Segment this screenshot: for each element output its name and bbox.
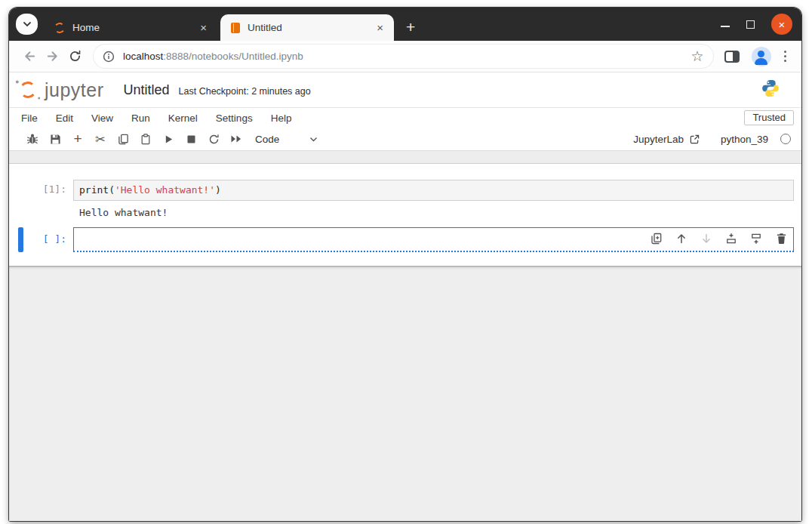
- bookmark-star-icon[interactable]: ☆: [691, 48, 703, 65]
- code-cell-2-input[interactable]: [73, 227, 794, 252]
- forward-icon: [45, 49, 60, 63]
- browser-menu-icon[interactable]: [778, 51, 793, 63]
- execution-prompt-empty: [ ]:: [23, 227, 73, 252]
- open-jupyterlab-link[interactable]: JupyterLab: [633, 134, 684, 145]
- maximize-button[interactable]: [746, 20, 755, 29]
- restart-run-all-button[interactable]: [225, 130, 248, 148]
- toolbar-divider: [9, 150, 801, 164]
- code-cell-1: [1]: print('Hello whatwant!'): [9, 180, 801, 201]
- menu-edit[interactable]: Edit: [47, 110, 82, 126]
- copy-cell-button[interactable]: [112, 130, 134, 148]
- insert-cell-above-button[interactable]: [724, 231, 739, 246]
- tab-home[interactable]: Home ×: [44, 14, 217, 41]
- jupyter-brand[interactable]: jupyter: [45, 79, 104, 101]
- notebook-cells-area: [1]: print('Hello whatwant!') Hello what…: [9, 164, 801, 266]
- forward-button[interactable]: [41, 45, 63, 68]
- jupyter-favicon-icon: [54, 22, 66, 34]
- menu-bar: File Edit View Run Kernel Settings Help …: [9, 108, 801, 128]
- side-panel-icon[interactable]: [724, 51, 740, 63]
- notebook-toolbar: + ✂ Code JupyterLab python_39: [9, 128, 801, 150]
- code-token: 'Hello whatwant!': [115, 184, 215, 196]
- tab-search-button[interactable]: [16, 14, 38, 35]
- trusted-badge[interactable]: Trusted: [744, 110, 794, 125]
- paste-icon: [140, 134, 151, 145]
- cell-type-select[interactable]: Code: [255, 134, 279, 145]
- notebook-background[interactable]: [9, 266, 801, 521]
- cell-toolbar: [649, 231, 789, 246]
- fast-forward-icon: [230, 134, 242, 143]
- move-cell-down-button[interactable]: [699, 231, 714, 246]
- jupyter-header: jupyter Untitled Last Checkpoint: 2 minu…: [9, 72, 801, 108]
- restart-kernel-button[interactable]: [202, 130, 225, 148]
- external-link-icon[interactable]: [690, 134, 700, 144]
- execution-prompt: [1]:: [23, 180, 73, 201]
- code-token: print: [79, 184, 109, 196]
- save-button[interactable]: [44, 130, 66, 148]
- arrow-up-icon: [675, 233, 687, 245]
- code-token: (: [109, 184, 115, 196]
- reload-button[interactable]: [63, 45, 86, 68]
- menu-run[interactable]: Run: [122, 110, 159, 126]
- code-token: ): [215, 184, 221, 196]
- browser-window: Home × Untitled × + × localhost:8888/not…: [9, 8, 801, 521]
- arrow-down-icon: [700, 233, 712, 245]
- python-logo-icon: [761, 79, 780, 101]
- menu-settings[interactable]: Settings: [207, 110, 262, 126]
- kernel-status-icon[interactable]: [780, 134, 791, 144]
- address-bar[interactable]: localhost:8888/notebooks/Untitled.ipynb …: [94, 45, 713, 68]
- paste-cell-button[interactable]: [134, 130, 157, 148]
- duplicate-icon: [651, 233, 663, 245]
- code-cell-2: [ ]:: [9, 227, 801, 252]
- menu-help[interactable]: Help: [262, 110, 301, 126]
- code-cell-1-output-row: Hello whatwant!: [9, 205, 801, 220]
- cut-cell-button[interactable]: ✂: [89, 130, 112, 148]
- window-close-button[interactable]: ×: [771, 14, 792, 35]
- bug-icon: [26, 133, 38, 145]
- back-button[interactable]: [18, 45, 41, 68]
- cell-output-text: Hello whatwant!: [73, 205, 794, 220]
- url-text[interactable]: localhost:8888/notebooks/Untitled.ipynb: [123, 51, 303, 62]
- window-controls: ×: [721, 8, 792, 41]
- duplicate-cell-button[interactable]: [649, 231, 664, 246]
- debugger-button[interactable]: [21, 130, 44, 148]
- tab-untitled-label: Untitled: [248, 22, 374, 33]
- copy-icon: [118, 134, 129, 145]
- kernel-name[interactable]: python_39: [721, 134, 768, 145]
- notebook-favicon-icon: [231, 23, 240, 33]
- notebook-panel: [1]: print('Hello whatwant!') Hello what…: [9, 164, 801, 521]
- profile-avatar[interactable]: [752, 47, 771, 66]
- move-cell-up-button[interactable]: [674, 231, 689, 246]
- save-icon: [50, 134, 61, 145]
- cell-collapser[interactable]: [18, 227, 23, 252]
- back-icon: [23, 49, 37, 63]
- reload-icon: [69, 50, 82, 63]
- notebook-title[interactable]: Untitled: [124, 82, 170, 98]
- site-info-icon[interactable]: [103, 51, 115, 63]
- restart-icon: [208, 134, 220, 145]
- stop-icon: [187, 135, 195, 143]
- cell-type-chevron-icon[interactable]: [309, 137, 318, 142]
- interrupt-kernel-button[interactable]: [180, 130, 202, 148]
- run-cell-button[interactable]: [157, 130, 180, 148]
- new-tab-button[interactable]: +: [398, 19, 423, 35]
- jupyter-logo-icon[interactable]: [19, 81, 37, 99]
- close-icon[interactable]: ×: [374, 21, 386, 34]
- run-icon: [164, 134, 174, 144]
- url-host: localhost: [123, 51, 163, 62]
- menu-file[interactable]: File: [12, 110, 47, 126]
- trash-icon: [776, 233, 787, 245]
- url-path: :8888/notebooks/Untitled.ipynb: [163, 51, 303, 62]
- delete-cell-button[interactable]: [774, 231, 789, 246]
- menu-view[interactable]: View: [82, 110, 122, 126]
- insert-cell-button[interactable]: +: [66, 130, 89, 148]
- minimize-button[interactable]: [721, 26, 730, 27]
- close-icon[interactable]: ×: [197, 21, 210, 34]
- last-checkpoint: Last Checkpoint: 2 minutes ago: [179, 86, 311, 97]
- browser-toolbar: localhost:8888/notebooks/Untitled.ipynb …: [9, 41, 801, 72]
- insert-below-icon: [750, 233, 762, 245]
- tab-home-label: Home: [72, 22, 197, 33]
- insert-cell-below-button[interactable]: [749, 231, 764, 246]
- tab-untitled[interactable]: Untitled ×: [220, 14, 394, 41]
- menu-kernel[interactable]: Kernel: [159, 110, 207, 126]
- code-cell-1-input[interactable]: print('Hello whatwant!'): [73, 180, 794, 201]
